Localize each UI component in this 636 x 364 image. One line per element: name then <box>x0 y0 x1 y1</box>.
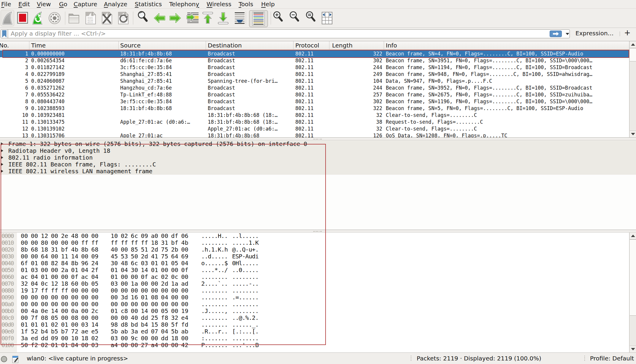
column-separator[interactable] <box>118 41 119 50</box>
hex-row-00a0[interactable]: 00a000 00 00 00 00 00 00 0000 00 00 00 0… <box>0 301 629 308</box>
packet-row-2[interactable]: 20.002654354d6:61:fe:cd:7a:6eBroadcast80… <box>0 57 629 64</box>
detail-row[interactable]: Radiotap Header v0, Length 18 <box>0 147 636 154</box>
column-header-info[interactable]: Info <box>386 42 397 49</box>
hex-row-0080[interactable]: 008019 17 ff ff ff 00 00 0000 00 00 00 0… <box>0 287 629 294</box>
hex-row-0060[interactable]: 0060ac 04 01 00 00 0f ac 0401 00 00 0f a… <box>0 274 629 280</box>
profile-text[interactable]: Profile: Default <box>590 355 634 362</box>
menu-wireless[interactable]: Wireless <box>207 1 231 8</box>
column-separator[interactable] <box>329 41 329 50</box>
detail-row[interactable]: IEEE 802.11 wireless LAN management fram… <box>0 168 636 175</box>
zoom-out-button[interactable] <box>288 10 302 26</box>
packet-row-4[interactable]: 40.022799189Shanghai_27:85:41Broadcast80… <box>0 71 629 78</box>
scroll-up-button[interactable] <box>630 233 636 239</box>
zoom-original-button[interactable] <box>304 10 319 26</box>
scroll-down-button[interactable] <box>630 131 636 137</box>
detail-row[interactable]: Frame 1: 322 bytes on wire (2576 bits), … <box>0 141 636 147</box>
menu-go[interactable]: Go <box>59 1 67 8</box>
packet-row-11[interactable]: 110.130133475Apple_27:01:ac (d0:a6:…18:3… <box>0 119 629 125</box>
stop-capture-button[interactable] <box>15 10 30 26</box>
capture-comment-icon[interactable] <box>12 355 19 364</box>
column-header-destination[interactable]: Destination <box>208 42 242 49</box>
reload-file-button[interactable]: 010101100111 <box>116 10 131 26</box>
pane-splitter[interactable] <box>0 230 636 233</box>
expander-triangle-icon[interactable] <box>1 149 3 152</box>
hex-row-0090[interactable]: 009000 00 00 00 00 00 00 0000 3d 16 01 0… <box>0 294 629 301</box>
menu-help[interactable]: Help <box>261 1 275 8</box>
expander-triangle-icon[interactable] <box>1 142 3 145</box>
expert-info-indicator[interactable] <box>1 356 7 362</box>
expression-button[interactable]: Expression… <box>575 30 614 37</box>
resize-columns-button[interactable] <box>320 10 334 26</box>
hex-row-0000[interactable]: 000000 00 12 00 2e 48 00 0010 02 6c 09 a… <box>0 233 629 239</box>
hex-scrollbar[interactable] <box>629 233 636 352</box>
save-file-button[interactable]: 010101100111 <box>83 10 98 26</box>
column-separator[interactable] <box>293 41 294 50</box>
hex-row-00c0[interactable]: 00c000 7f 08 05 00 08 00 0000 00 40 dd 2… <box>0 314 629 321</box>
expander-triangle-icon[interactable] <box>1 163 3 166</box>
capture-options-button[interactable] <box>47 10 62 26</box>
column-header-source[interactable]: Source <box>120 42 141 49</box>
hex-row-0040[interactable]: 00406f 01 08 82 84 8b 96 2430 48 6c 03 0… <box>0 260 629 267</box>
hex-row-00b0[interactable]: 00b000 4a 0e 14 00 0a 00 2c01 c8 00 14 0… <box>0 308 629 314</box>
close-file-button[interactable]: 010101100111 <box>99 10 114 26</box>
first-packet-button[interactable] <box>200 10 215 26</box>
detail-row[interactable]: 802.11 radio information <box>0 154 636 161</box>
menu-telephony[interactable]: Telephony <box>169 1 199 8</box>
menu-capture[interactable]: Capture <box>74 1 97 8</box>
hex-row-00f0[interactable]: 00f03a ed dd 09 00 10 18 0203 00 9c 00 0… <box>0 335 629 342</box>
column-header-time[interactable]: Time <box>31 42 46 49</box>
packet-row-7[interactable]: 70.055536422Tp-LinkT_ef:48:88Broadcast80… <box>0 91 629 98</box>
packet-row-12[interactable]: 120.130139102Apple_27:01:ac (d0:a6:…802.… <box>0 125 629 132</box>
restart-capture-button[interactable] <box>30 10 45 26</box>
packet-list-scrollbar[interactable] <box>629 41 636 137</box>
menu-edit[interactable]: Edit <box>18 1 30 8</box>
packet-row-3[interactable]: 30.0118271423c:f5:cc:0e:35:84Broadcast80… <box>0 64 629 71</box>
scroll-up-button[interactable] <box>630 41 636 48</box>
pane-splitter[interactable] <box>0 137 636 140</box>
auto-scroll-button[interactable] <box>232 10 247 26</box>
column-header-no[interactable]: No. <box>0 42 9 49</box>
packet-row-13[interactable]: 130.130315706Apple_27:01:ac18:31:bf:4b:8… <box>0 132 629 137</box>
packet-row-9[interactable]: 90.10238859318:31:bf:4b:8b:68Broadcast80… <box>0 105 629 112</box>
last-packet-button[interactable] <box>216 10 231 26</box>
go-forward-button[interactable] <box>168 10 183 26</box>
menu-analyze[interactable]: Analyze <box>104 1 127 8</box>
filter-bookmark-button[interactable] <box>1 30 8 38</box>
expander-triangle-icon[interactable] <box>1 156 3 159</box>
open-file-button[interactable] <box>67 10 82 26</box>
column-header-protocol[interactable]: Protocol <box>295 42 319 49</box>
display-filter-input[interactable]: Apply a display filter ... <Ctrl-/> <box>1 29 570 38</box>
hex-row-0100[interactable]: 010050 f2 02 01 01 84 00 03a4 00 00 27 a… <box>0 342 629 349</box>
packet-row-10[interactable]: 100.10392348118:31:bf:4b:8b:68 (18:…802.… <box>0 112 629 119</box>
packet-row-6[interactable]: 60.035271262Hangzhou_cd:7a:6eBroadcast80… <box>0 85 629 91</box>
packet-row-8[interactable]: 80.0804437403e:f5:cc:0e:35:84Broadcast80… <box>0 98 629 105</box>
detail-row[interactable]: IEEE 802.11 Beacon frame, Flags: .......… <box>0 161 636 168</box>
hex-row-00d0[interactable]: 00d001 01 01 02 01 00 03 1498 d8 bd b4 1… <box>0 321 629 328</box>
menu-statistics[interactable]: Statistics <box>135 1 162 8</box>
hex-row-0010[interactable]: 001000 00 80 00 00 00 ff ffff ff ff ff 1… <box>0 239 629 246</box>
menu-tools[interactable]: Tools <box>239 1 253 8</box>
expander-triangle-icon[interactable] <box>1 170 3 173</box>
filter-apply-button[interactable] <box>550 31 562 37</box>
go-to-packet-button[interactable] <box>185 10 200 26</box>
packet-row-1[interactable]: 10.00000000018:31:bf:4b:8b:68Broadcast80… <box>0 50 629 57</box>
menu-file[interactable]: File <box>1 1 11 8</box>
scrollbar-thumb[interactable] <box>630 48 636 61</box>
hex-row-00e0[interactable]: 00e01f 52 b4 b5 b7 72 ae e55b ab 3a ed 0… <box>0 328 629 335</box>
colorize-button[interactable] <box>249 10 268 27</box>
filter-dropdown-caret[interactable] <box>566 33 569 35</box>
packet-row-5[interactable]: 50.024060087Shanghai_27:85:41Spanning-tr… <box>0 78 629 85</box>
go-back-button[interactable] <box>152 10 167 26</box>
hex-row-0030[interactable]: 003000 00 64 00 11 14 00 0945 53 50 2d 4… <box>0 253 629 260</box>
column-separator[interactable] <box>29 41 29 50</box>
filter-add-button[interactable]: + <box>624 28 631 37</box>
hex-row-0020[interactable]: 00208b 68 18 31 bf 4b 8b 6840 00 85 51 2… <box>0 246 629 253</box>
hex-row-0070[interactable]: 007032 04 0c 12 18 60 0b 0503 00 1a 00 0… <box>0 280 629 287</box>
column-separator[interactable] <box>384 41 384 50</box>
start-capture-button[interactable] <box>0 10 15 26</box>
zoom-in-button[interactable] <box>271 10 286 26</box>
column-header-length[interactable]: Length <box>332 42 353 49</box>
menu-view[interactable]: View <box>37 1 51 8</box>
column-separator[interactable] <box>206 41 206 50</box>
scroll-down-button[interactable] <box>630 346 636 352</box>
